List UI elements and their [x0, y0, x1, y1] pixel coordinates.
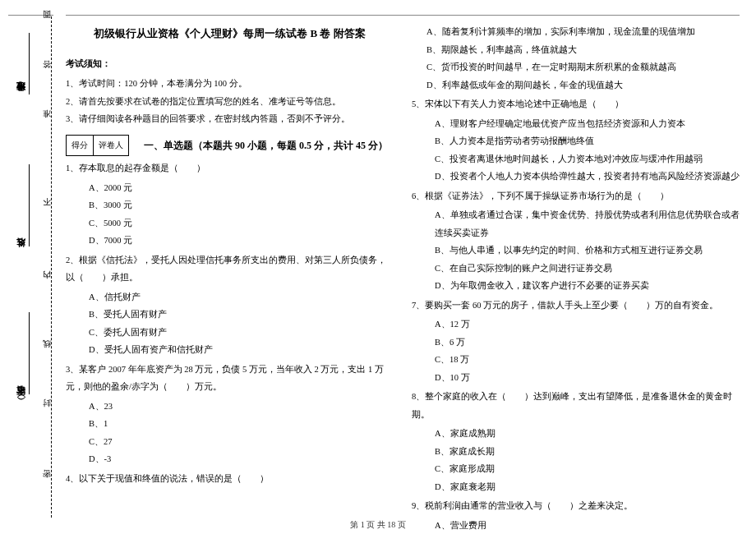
- question-stem: 1、存本取息的起存金额是（ ）: [66, 159, 394, 177]
- page-footer: 第 1 页 共 18 页: [0, 519, 756, 531]
- option: C、投资者离退休地时间越长，人力资本地对冲效应与缓冲作用越弱: [435, 150, 740, 168]
- option: A、信托财产: [89, 288, 394, 306]
- option: D、投资者个人地人力资本供给弹性越大，投资者持有地高风险经济资源越少: [435, 168, 740, 186]
- option: D、利率越低或年金的期间越长，年金的现值越大: [426, 76, 740, 94]
- option: C、货币投资的时间越早，在一定时期期末所积累的金额就越高: [426, 58, 740, 76]
- notice-item: 2、请首先按要求在试卷的指定位置填写您的姓名、准考证号等信息。: [66, 93, 394, 111]
- option: D、为年取佣金收入，建议客户进行不必要的证券买卖: [435, 277, 740, 295]
- question-stem: 4、以下关于现值和终值的说法，错误的是（ ）: [66, 470, 394, 488]
- option: B、期限越长，利率越高，终值就越大: [426, 41, 740, 59]
- option: A、23: [89, 398, 394, 416]
- option: B、3000 元: [89, 196, 394, 214]
- section-1-title: 一、单选题（本题共 90 小题，每题 0.5 分，共计 45 分）: [144, 136, 388, 156]
- question-stem: 8、整个家庭的收入在（ ）达到巅峰，支出有望降低，是准备退休金的黄金时期。: [412, 388, 740, 423]
- question-stem: 6、根据《证券法》，下列不属于操纵证券市场行为的是（ ）: [412, 187, 740, 205]
- option: D、10 万: [435, 369, 740, 387]
- option: D、7000 元: [89, 232, 394, 250]
- option: C、5000 元: [89, 214, 394, 232]
- option: B、受托人固有财产: [89, 306, 394, 324]
- left-column: 初级银行从业资格《个人理财》每周一练试卷 B 卷 附答案 考试须知： 1、考试时…: [66, 23, 394, 526]
- question-stem: 7、要购买一套 60 万元的房子，借款人手头上至少要（ ）万的自有资金。: [412, 297, 740, 315]
- binding-gutter: 圆 答 准 不 内 线 封 密 准考证号 姓名 省（市区）: [0, 0, 58, 534]
- option: C、27: [89, 433, 394, 451]
- notice-item: 1、考试时间：120 分钟，本卷满分为 100 分。: [66, 75, 394, 93]
- question-stem: 5、宋体以下有关人力资本地论述中正确地是（ ）: [412, 95, 740, 113]
- option: D、受托人固有资产和信托财产: [89, 341, 394, 359]
- content-area: 初级银行从业资格《个人理财》每周一练试卷 B 卷 附答案 考试须知： 1、考试时…: [58, 0, 756, 534]
- option: D、-3: [89, 450, 394, 468]
- question-stem: 3、某客户 2007 年年底资产为 28 万元，负债 5 万元，当年收入 2 万…: [66, 361, 394, 396]
- notice-item: 3、请仔细阅读各种题目的回答要求，在密封线内答题，否则不予评分。: [66, 110, 394, 128]
- option: D、家庭衰老期: [435, 478, 740, 496]
- option: A、单独或者通过合谋，集中资金优势、持股优势或者利用信息优势联合或者连续买卖证券: [435, 206, 740, 242]
- seal-dashed-line: [51, 16, 52, 518]
- grader-label: 评卷人: [94, 135, 129, 157]
- question-stem: 9、税前利润由通常的营业收入与（ ）之差来决定。: [412, 497, 740, 515]
- region-underline: [29, 312, 30, 394]
- name-underline: [29, 164, 30, 246]
- option: B、6 万: [435, 334, 740, 352]
- option: C、18 万: [435, 351, 740, 369]
- exam-page: 圆 答 准 不 内 线 封 密 准考证号 姓名 省（市区） 初级银行从业资格《个…: [0, 0, 756, 534]
- score-label: 得分: [66, 135, 94, 157]
- question-stem: 2、根据《信托法》，受托人因处理信托事务所支出的费用、对第三人所负债务，以（ ）…: [66, 251, 394, 287]
- option: B、1: [89, 415, 394, 433]
- option: A、家庭成熟期: [435, 425, 740, 443]
- option: A、2000 元: [89, 179, 394, 197]
- option: C、委托人固有财产: [89, 324, 394, 342]
- option: A、12 万: [435, 315, 740, 334]
- option: A、理财客户经理确定地最优资产应当包括经济资源和人力资本: [435, 115, 740, 133]
- option: B、人力资本是指劳动者劳动报酬地终值: [435, 132, 740, 150]
- option: C、家庭形成期: [435, 460, 740, 478]
- exam-title: 初级银行从业资格《个人理财》每周一练试卷 B 卷 附答案: [66, 23, 394, 45]
- ticket-underline: [29, 33, 30, 94]
- option: C、在自己实际控制的账户之间进行证券交易: [435, 260, 740, 278]
- option: A、随着复利计算频率的增加，实际利率增加，现金流量的现值增加: [426, 23, 740, 41]
- score-box: 得分 评卷人 一、单选题（本题共 90 小题，每题 0.5 分，共计 45 分）: [66, 135, 394, 157]
- option: B、与他人串通，以事先约定的时间、价格和方式相互进行证券交易: [435, 242, 740, 260]
- option: B、家庭成长期: [435, 443, 740, 461]
- right-column: A、随着复利计算频率的增加，实际利率增加，现金流量的现值增加 B、期限越长，利率…: [412, 23, 740, 526]
- notice-heading: 考试须知：: [66, 55, 394, 73]
- header-rule: [66, 15, 740, 16]
